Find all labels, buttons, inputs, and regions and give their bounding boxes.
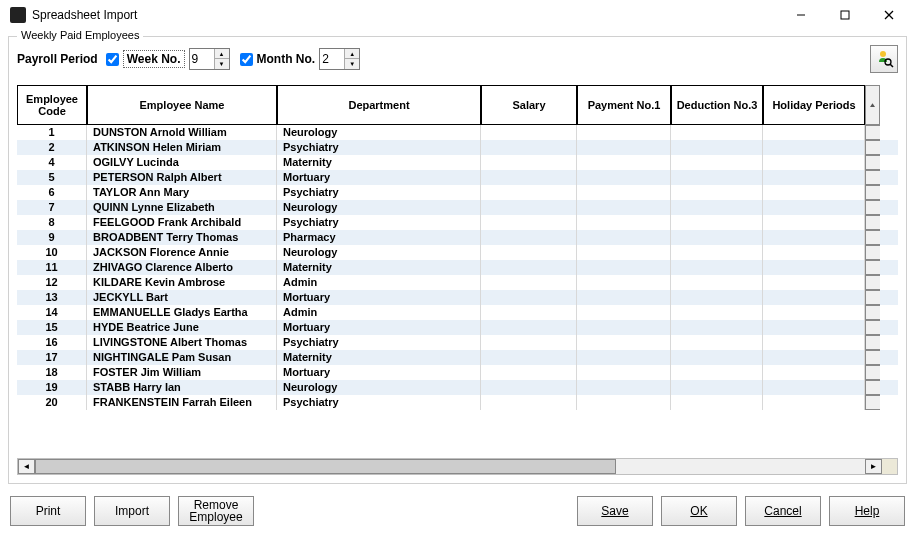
col-employee-name[interactable]: Employee Name: [87, 85, 277, 125]
cell-holiday[interactable]: [763, 125, 865, 140]
cell-deduction[interactable]: [671, 170, 763, 185]
table-row[interactable]: 6TAYLOR Ann MaryPsychiatry: [17, 185, 898, 200]
table-row[interactable]: 15HYDE Beatrice JuneMortuary: [17, 320, 898, 335]
cell-name[interactable]: FRANKENSTEIN Farrah Eileen: [87, 395, 277, 410]
table-row[interactable]: 9BROADBENT Terry ThomasPharmacy: [17, 230, 898, 245]
cell-code[interactable]: 16: [17, 335, 87, 350]
cell-code[interactable]: 4: [17, 155, 87, 170]
cell-salary[interactable]: [481, 155, 577, 170]
maximize-button[interactable]: [823, 1, 867, 29]
col-deduction[interactable]: Deduction No.3: [671, 85, 763, 125]
cell-dept[interactable]: Psychiatry: [277, 335, 481, 350]
month-checkbox[interactable]: [240, 53, 253, 66]
scroll-left-button[interactable]: ◄: [18, 459, 35, 474]
cell-deduction[interactable]: [671, 365, 763, 380]
import-button[interactable]: Import: [94, 496, 170, 526]
cell-payment[interactable]: [577, 290, 671, 305]
cell-payment[interactable]: [577, 395, 671, 410]
cell-code[interactable]: 1: [17, 125, 87, 140]
table-row[interactable]: 20FRANKENSTEIN Farrah EileenPsychiatry: [17, 395, 898, 410]
cell-payment[interactable]: [577, 200, 671, 215]
cell-deduction[interactable]: [671, 245, 763, 260]
cell-dept[interactable]: Mortuary: [277, 170, 481, 185]
cell-holiday[interactable]: [763, 245, 865, 260]
cell-code[interactable]: 18: [17, 365, 87, 380]
cell-holiday[interactable]: [763, 305, 865, 320]
table-row[interactable]: 2ATKINSON Helen MiriamPsychiatry: [17, 140, 898, 155]
table-row[interactable]: 1DUNSTON Arnold WilliamNeurology: [17, 125, 898, 140]
cell-holiday[interactable]: [763, 380, 865, 395]
cell-salary[interactable]: [481, 305, 577, 320]
cell-deduction[interactable]: [671, 185, 763, 200]
cell-holiday[interactable]: [763, 320, 865, 335]
table-row[interactable]: 10JACKSON Florence AnnieNeurology: [17, 245, 898, 260]
cell-deduction[interactable]: [671, 260, 763, 275]
cell-code[interactable]: 9: [17, 230, 87, 245]
cell-salary[interactable]: [481, 230, 577, 245]
cell-salary[interactable]: [481, 320, 577, 335]
cell-payment[interactable]: [577, 275, 671, 290]
week-input[interactable]: [190, 49, 214, 69]
cell-code[interactable]: 15: [17, 320, 87, 335]
cell-salary[interactable]: [481, 170, 577, 185]
cell-code[interactable]: 13: [17, 290, 87, 305]
cell-dept[interactable]: Maternity: [277, 350, 481, 365]
cell-salary[interactable]: [481, 335, 577, 350]
table-row[interactable]: 11ZHIVAGO Clarence AlbertoMaternity: [17, 260, 898, 275]
cell-dept[interactable]: Mortuary: [277, 290, 481, 305]
cell-holiday[interactable]: [763, 365, 865, 380]
table-row[interactable]: 12KILDARE Kevin AmbroseAdmin: [17, 275, 898, 290]
cell-name[interactable]: STABB Harry Ian: [87, 380, 277, 395]
cell-salary[interactable]: [481, 290, 577, 305]
cell-code[interactable]: 19: [17, 380, 87, 395]
minimize-button[interactable]: [779, 1, 823, 29]
help-button[interactable]: Help: [829, 496, 905, 526]
cell-name[interactable]: LIVINGSTONE Albert Thomas: [87, 335, 277, 350]
cell-name[interactable]: PETERSON Ralph Albert: [87, 170, 277, 185]
cell-deduction[interactable]: [671, 200, 763, 215]
cell-salary[interactable]: [481, 140, 577, 155]
cell-dept[interactable]: Psychiatry: [277, 395, 481, 410]
table-row[interactable]: 16LIVINGSTONE Albert ThomasPsychiatry: [17, 335, 898, 350]
col-payment[interactable]: Payment No.1: [577, 85, 671, 125]
cell-salary[interactable]: [481, 125, 577, 140]
cell-payment[interactable]: [577, 350, 671, 365]
ok-button[interactable]: OK: [661, 496, 737, 526]
cell-dept[interactable]: Psychiatry: [277, 185, 481, 200]
table-row[interactable]: 13JECKYLL BartMortuary: [17, 290, 898, 305]
cell-deduction[interactable]: [671, 290, 763, 305]
col-salary[interactable]: Salary: [481, 85, 577, 125]
cell-dept[interactable]: Neurology: [277, 245, 481, 260]
table-row[interactable]: 14EMMANUELLE Gladys EarthaAdmin: [17, 305, 898, 320]
print-button[interactable]: Print: [10, 496, 86, 526]
cell-dept[interactable]: Neurology: [277, 200, 481, 215]
remove-employee-button[interactable]: Remove Employee: [178, 496, 254, 526]
cell-payment[interactable]: [577, 380, 671, 395]
cell-code[interactable]: 7: [17, 200, 87, 215]
cell-holiday[interactable]: [763, 260, 865, 275]
cell-salary[interactable]: [481, 275, 577, 290]
cell-name[interactable]: QUINN Lynne Elizabeth: [87, 200, 277, 215]
table-row[interactable]: 19STABB Harry IanNeurology: [17, 380, 898, 395]
cell-holiday[interactable]: [763, 170, 865, 185]
cell-deduction[interactable]: [671, 140, 763, 155]
cell-payment[interactable]: [577, 140, 671, 155]
cell-holiday[interactable]: [763, 230, 865, 245]
cell-dept[interactable]: Mortuary: [277, 365, 481, 380]
cell-code[interactable]: 6: [17, 185, 87, 200]
cell-deduction[interactable]: [671, 230, 763, 245]
cell-deduction[interactable]: [671, 395, 763, 410]
cell-salary[interactable]: [481, 260, 577, 275]
week-down-button[interactable]: ▼: [215, 59, 229, 69]
cell-name[interactable]: KILDARE Kevin Ambrose: [87, 275, 277, 290]
cell-holiday[interactable]: [763, 335, 865, 350]
table-row[interactable]: 5PETERSON Ralph AlbertMortuary: [17, 170, 898, 185]
cell-salary[interactable]: [481, 350, 577, 365]
cell-payment[interactable]: [577, 185, 671, 200]
cell-deduction[interactable]: [671, 305, 763, 320]
cell-dept[interactable]: Maternity: [277, 260, 481, 275]
cell-payment[interactable]: [577, 320, 671, 335]
cell-payment[interactable]: [577, 125, 671, 140]
cell-name[interactable]: JECKYLL Bart: [87, 290, 277, 305]
cell-code[interactable]: 17: [17, 350, 87, 365]
